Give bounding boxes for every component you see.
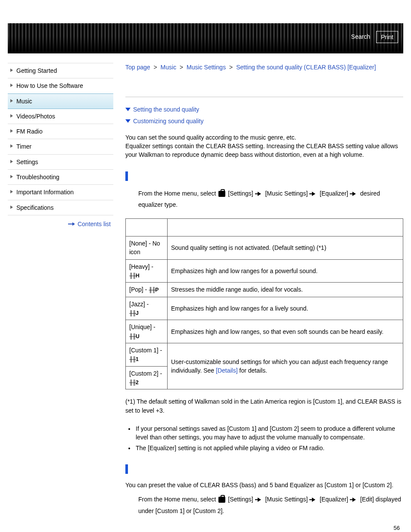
jump-link-label: Customizing sound quality [133,117,203,125]
arrow-right-icon [72,222,75,226]
eq-icon: ╫╫2 [129,380,138,386]
sidebar-item[interactable]: How to Use the Software [8,78,113,93]
table-row: [Unique] -╫╫U Emphasizes high and low ra… [126,320,403,343]
sidebar-item[interactable]: Specifications [8,200,113,215]
table-row: [None] - No icon Sound quality setting i… [126,236,403,259]
footnote: (*1) The default setting of Walkman sold… [125,397,403,415]
type-cell: [Custom 2] -╫╫2 [126,366,168,389]
equalizer-table: [None] - No icon Sound quality setting i… [125,218,403,389]
arrow-right-icon [352,192,356,196]
type-cell: [None] - No icon [126,236,168,259]
arrow-right-icon [352,498,356,502]
sidebar-item[interactable]: Important Information [8,185,113,200]
section-heading [125,171,403,181]
banner-fade [8,36,403,53]
breadcrumb-link[interactable]: Top page [125,64,150,71]
divider [125,96,403,97]
table-header [126,218,168,236]
eq-icon: ╫╫P [149,287,158,293]
eq-icon: ╫╫1 [129,356,138,362]
desc-cell: Emphasizes high and low ranges for a liv… [168,297,403,320]
type-cell: [Unique] -╫╫U [126,320,168,343]
arrow-right-icon [258,192,261,196]
desc-cell: User-customizable sound settings for whi… [168,343,403,389]
arrow-right-icon [258,498,261,502]
sidebar-item[interactable]: Timer [8,139,113,154]
breadcrumb: Top page > Music > Music Settings > Sett… [125,63,403,72]
sidebar-item[interactable]: Settings [8,155,113,170]
section-heading [125,464,403,474]
details-link[interactable]: [Details] [216,367,238,374]
search-button[interactable]: Search [349,31,373,43]
page-number: 56 [394,524,400,532]
toolbox-icon [218,191,225,197]
desc-cell: Emphasizes high and low ranges for a pow… [168,259,403,283]
type-cell: [Pop] - ╫╫P [126,283,168,297]
note-item: The [Equalizer] setting is not applied w… [135,444,403,452]
main-content: Top page > Music > Music Settings > Sett… [113,63,403,524]
triangle-down-icon [125,108,131,111]
jump-link[interactable]: Setting the sound quality [125,105,403,114]
header-banner: Search Print [8,23,403,53]
table-row: [Heavy] -╫╫H Emphasizes high and low ran… [126,259,403,283]
eq-icon: ╫╫J [129,310,138,316]
section-bar-icon [125,464,128,474]
desc-cell: Stresses the middle range audio, ideal f… [168,283,403,297]
breadcrumb-link[interactable]: Music Settings [187,64,226,71]
table-row: [Jazz] -╫╫J Emphasizes high and low rang… [126,297,403,320]
table-header [168,218,403,236]
table-row: [Custom 1] -╫╫1 User-customizable sound … [126,343,403,367]
type-cell: [Jazz] -╫╫J [126,297,168,320]
print-button[interactable]: Print [376,31,398,43]
note-item: If your personal settings saved as [Cust… [135,424,403,442]
eq-icon: ╫╫H [129,273,139,279]
sidebar: Getting StartedHow to Use the SoftwareMu… [8,63,113,524]
section-bar-icon [125,171,128,181]
instruction-step: From the Home menu, select [Settings] [M… [138,188,403,211]
desc-cell: Sound quality setting is not activated. … [168,236,403,259]
table-row: [Pop] - ╫╫P Stresses the middle range au… [126,283,403,297]
instruction-step: From the Home menu, select [Settings] [M… [138,494,403,516]
arrow-right-icon [312,192,315,196]
intro-paragraph: You can set the sound quality according … [125,133,403,142]
contents-list-link[interactable]: Contents list [78,220,111,228]
arrow-right-icon [312,498,315,502]
sidebar-item[interactable]: Getting Started [8,63,113,78]
notes-list: If your personal settings saved as [Cust… [135,424,403,452]
triangle-down-icon [125,119,131,123]
sidebar-item[interactable]: Troubleshooting [8,170,113,185]
custom-paragraph: You can preset the value of CLEAR BASS (… [125,481,403,489]
toolbox-icon [218,497,225,503]
breadcrumb-current: Setting the sound quality (CLEAR BASS) [… [236,64,376,71]
eq-icon: ╫╫U [129,333,139,339]
type-cell: [Custom 1] -╫╫1 [126,343,168,367]
sidebar-item[interactable]: FM Radio [8,124,113,139]
breadcrumb-link[interactable]: Music [161,64,177,71]
desc-cell: Emphasizes high and low ranges, so that … [168,320,403,343]
sidebar-item[interactable]: Videos/Photos [8,109,113,124]
type-cell: [Heavy] -╫╫H [126,259,168,283]
intro-paragraph: Equalizer settings contain the CLEAR BAS… [125,142,403,159]
sidebar-item[interactable]: Music [8,93,113,109]
jump-link-label: Setting the sound quality [133,105,199,114]
jump-link[interactable]: Customizing sound quality [125,117,403,125]
